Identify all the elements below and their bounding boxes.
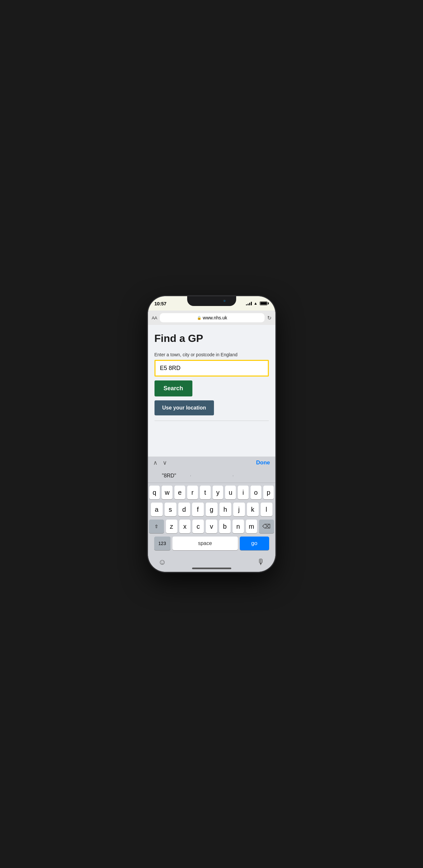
battery-icon — [260, 302, 268, 305]
search-button[interactable]: Search — [154, 380, 192, 397]
key-f[interactable]: f — [192, 503, 204, 516]
key-h[interactable]: h — [219, 503, 231, 516]
key-z[interactable]: z — [166, 520, 177, 533]
notch — [187, 296, 236, 306]
keyboard-nav-arrows: ∧ ∨ — [153, 459, 167, 466]
key-o[interactable]: o — [250, 486, 261, 499]
main-content: Find a GP Enter a town, city or postcode… — [148, 325, 275, 457]
key-j[interactable]: j — [233, 503, 245, 516]
use-location-button[interactable]: Use your location — [154, 400, 214, 415]
go-key[interactable]: go — [240, 536, 269, 550]
url-text: www.nhs.uk — [203, 315, 228, 320]
reload-button[interactable]: ↻ — [267, 315, 271, 321]
search-input-wrapper — [154, 360, 269, 376]
key-q[interactable]: q — [149, 486, 160, 499]
autocomplete-item-1[interactable]: "8RD" — [148, 471, 190, 480]
key-row-2: a s d f g h j k l — [149, 503, 274, 516]
key-n[interactable]: n — [233, 520, 244, 533]
space-key[interactable]: space — [173, 536, 238, 550]
status-icons: ▲ — [246, 301, 268, 306]
backspace-key[interactable]: ⌫ — [259, 520, 274, 533]
signal-icon — [246, 302, 252, 305]
key-c[interactable]: c — [192, 520, 204, 533]
autocomplete-item-3[interactable] — [233, 474, 275, 477]
key-u[interactable]: u — [225, 486, 236, 499]
key-row-1: q w e r t y u i o p — [149, 486, 274, 499]
key-p[interactable]: p — [263, 486, 274, 499]
key-t[interactable]: t — [200, 486, 211, 499]
key-row-3: ⇧ z x c v b n m ⌫ — [149, 520, 274, 533]
status-bar: 10:57 ▲ — [148, 296, 275, 311]
backspace-icon: ⌫ — [262, 523, 270, 530]
wifi-icon: ▲ — [254, 301, 258, 306]
key-a[interactable]: a — [151, 503, 163, 516]
next-field-button[interactable]: ∨ — [163, 459, 167, 466]
key-v[interactable]: v — [206, 520, 217, 533]
prev-field-button[interactable]: ∧ — [153, 459, 157, 466]
key-m[interactable]: m — [246, 520, 258, 533]
page-title: Find a GP — [154, 333, 269, 344]
input-label: Enter a town, city or postcode in Englan… — [154, 352, 269, 357]
postcode-input[interactable] — [155, 361, 268, 376]
emoji-icon[interactable]: ☺ — [158, 557, 167, 566]
autocomplete-bar: "8RD" — [148, 469, 275, 483]
phone-device: 10:57 ▲ AA 🔒 www.nhs.uk ↻ — [148, 296, 275, 572]
key-i[interactable]: i — [238, 486, 248, 499]
key-l[interactable]: l — [261, 503, 272, 516]
autocomplete-item-2[interactable] — [190, 474, 233, 477]
url-bar[interactable]: 🔒 www.nhs.uk — [160, 313, 265, 322]
key-x[interactable]: x — [179, 520, 191, 533]
key-r[interactable]: r — [187, 486, 198, 499]
microphone-icon[interactable]: 🎙 — [257, 557, 265, 566]
key-e[interactable]: e — [175, 486, 185, 499]
key-d[interactable]: d — [178, 503, 190, 516]
key-s[interactable]: s — [164, 503, 176, 516]
font-size-control[interactable]: AA — [152, 315, 157, 320]
key-y[interactable]: y — [213, 486, 223, 499]
keyboard: q w e r t y u i o p a s d f g h j k — [148, 483, 275, 555]
key-b[interactable]: b — [219, 520, 231, 533]
key-w[interactable]: w — [162, 486, 173, 499]
lock-icon: 🔒 — [197, 316, 202, 320]
key-row-4: 123 space go — [149, 536, 274, 550]
keyboard-toolbar: ∧ ∨ Done — [148, 457, 275, 469]
numbers-key[interactable]: 123 — [154, 536, 171, 550]
divider — [154, 421, 269, 421]
shift-key[interactable]: ⇧ — [149, 520, 164, 533]
bottom-bar: ☺ 🎙 — [148, 555, 275, 572]
key-g[interactable]: g — [206, 503, 217, 516]
phone-screen: 10:57 ▲ AA 🔒 www.nhs.uk ↻ — [148, 296, 275, 572]
home-indicator — [192, 567, 231, 569]
keyboard-done-button[interactable]: Done — [256, 460, 270, 466]
status-time: 10:57 — [154, 301, 167, 306]
camera-icon — [222, 299, 226, 303]
key-k[interactable]: k — [247, 503, 259, 516]
browser-bar: AA 🔒 www.nhs.uk ↻ — [148, 311, 275, 325]
